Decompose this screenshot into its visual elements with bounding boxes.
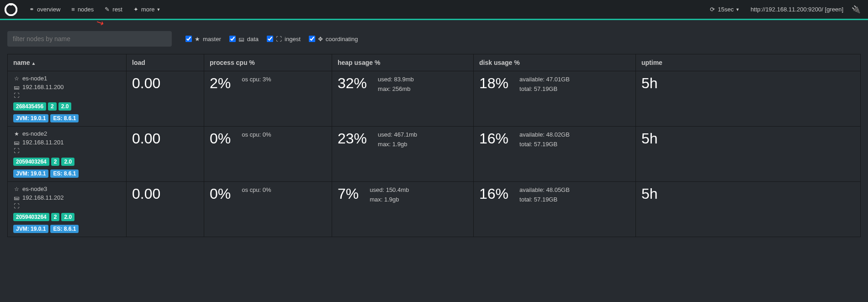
heap-cell: 32%used: 83.9mbmax: 256mb: [332, 71, 474, 127]
badge: 2.0: [58, 102, 72, 111]
heap-max: max: 1.9gb: [378, 140, 417, 149]
node-name-cell: ☆es-node3🖴192.168.11.202⛶205940326422.0J…: [8, 182, 127, 237]
table-header-row: name▲ load process cpu % heap usage % di…: [8, 54, 861, 71]
nav-rest-label: rest: [112, 6, 122, 13]
filter-data-label: data: [247, 36, 259, 42]
uptime-cell: 5h: [636, 127, 861, 182]
table-row: ☆es-node1🖴192.168.11.200⛶26843545622.0JV…: [8, 71, 861, 127]
role-filters: ★ master 🖴 data ⛶ ingest ✥ coordinating: [185, 36, 358, 42]
load-cell: 0.00: [127, 127, 204, 182]
uptime-value: 5h: [641, 130, 855, 147]
badge: 2: [51, 158, 60, 166]
node-ip: 192.168.11.200: [22, 84, 64, 90]
edit-icon: ✎: [105, 6, 110, 13]
os-cpu: os cpu: 0%: [242, 185, 271, 195]
heap-max: max: 1.9gb: [370, 195, 409, 205]
nav-nodes[interactable]: ≡ nodes: [66, 0, 99, 20]
logo: [5, 3, 17, 16]
filter-ingest-checkbox[interactable]: [267, 36, 273, 42]
col-disk[interactable]: disk usage %: [474, 54, 636, 71]
master-icon: ☆: [13, 75, 20, 82]
col-cpu[interactable]: process cpu %: [204, 54, 332, 71]
nav-rest[interactable]: ✎ rest: [99, 0, 128, 20]
filter-row: ★ master 🖴 data ⛶ ingest ✥ coordinating: [0, 20, 868, 54]
filter-coordinating-label: coordinating: [326, 36, 358, 42]
crop-icon: ⛶: [276, 36, 282, 42]
cpu-cell: 2%os cpu: 3%: [204, 71, 332, 127]
badge: JVM: 19.0.1: [13, 114, 48, 122]
badges: 205940326422.0: [13, 158, 121, 166]
refresh-label: 15sec: [718, 6, 734, 13]
disk-cell: 16%available: 48.05GBtotal: 57.19GB: [474, 182, 636, 237]
filter-coordinating[interactable]: ✥ coordinating: [309, 36, 358, 42]
badge: 2: [51, 213, 60, 221]
badge: ES: 8.6.1: [50, 114, 79, 122]
uptime-cell: 5h: [636, 71, 861, 127]
nav-overview[interactable]: ⚭ overview: [24, 0, 66, 20]
heap-value: 23%: [338, 130, 367, 147]
plug-icon[interactable]: 🔌: [849, 5, 863, 14]
badge: 268435456: [13, 102, 46, 111]
badges: 205940326422.0: [13, 213, 121, 221]
os-cpu: os cpu: 3%: [242, 75, 271, 85]
filter-ingest[interactable]: ⛶ ingest: [267, 36, 301, 42]
disk-cell: 16%available: 48.02GBtotal: 57.19GB: [474, 127, 636, 182]
cpu-value: 2%: [210, 75, 231, 92]
uptime-value: 5h: [641, 75, 855, 92]
badge: 2: [48, 102, 57, 111]
col-load[interactable]: load: [127, 54, 204, 71]
disk-avail: available: 47.01GB: [519, 75, 570, 85]
heap-value: 32%: [338, 75, 367, 92]
node-ip: 192.168.11.201: [22, 139, 64, 146]
badge: 2.0: [61, 158, 74, 166]
col-uptime[interactable]: uptime: [636, 54, 861, 71]
nav-overview-label: overview: [37, 6, 60, 13]
cpu-cell: 0%os cpu: 0%: [204, 182, 332, 237]
cpu-cell: 0%os cpu: 0%: [204, 127, 332, 182]
nav-more[interactable]: ✦ more ▼: [128, 0, 166, 20]
heap-value: 7%: [338, 185, 359, 202]
disk-total: total: 57.19GB: [519, 85, 570, 94]
database-icon: 🖴: [238, 36, 244, 42]
load-cell: 0.00: [127, 182, 204, 237]
sort-asc-icon: ▲: [32, 61, 36, 66]
col-name[interactable]: name▲: [8, 54, 127, 71]
filter-coordinating-checkbox[interactable]: [309, 36, 315, 42]
filter-data-checkbox[interactable]: [229, 36, 236, 42]
heap-used: used: 467.1mb: [378, 130, 417, 140]
disk-value: 18%: [479, 75, 508, 92]
badge: 2059403264: [13, 213, 49, 221]
heap-cell: 7%used: 150.4mbmax: 1.9gb: [332, 182, 474, 237]
table-row: ☆es-node3🖴192.168.11.202⛶205940326422.0J…: [8, 182, 861, 237]
filter-data[interactable]: 🖴 data: [229, 36, 259, 42]
os-cpu: os cpu: 0%: [242, 130, 271, 140]
disk-value: 16%: [479, 130, 508, 147]
svg-point-1: [10, 3, 13, 5]
nav-more-label: more: [141, 6, 155, 13]
master-icon: ☆: [13, 186, 20, 192]
badges: JVM: 19.0.1ES: 8.6.1: [13, 225, 121, 233]
star-icon: ★: [195, 36, 200, 42]
filter-master-checkbox[interactable]: [185, 36, 192, 42]
heap-used: used: 150.4mb: [370, 185, 409, 195]
badges: JVM: 19.0.1ES: 8.6.1: [13, 170, 121, 178]
heap-max: max: 256mb: [378, 85, 414, 94]
heap-cell: 23%used: 467.1mbmax: 1.9gb: [332, 127, 474, 182]
filter-input[interactable]: [7, 31, 172, 47]
badge: 2059403264: [13, 158, 49, 166]
crop-icon: ⛶: [13, 148, 20, 154]
badge: ES: 8.6.1: [50, 170, 79, 178]
host-url: http://192.168.11.200:9200/ [green]: [745, 6, 849, 13]
disk-total: total: 57.19GB: [519, 140, 570, 149]
badge: 2.0: [61, 213, 74, 221]
filter-ingest-label: ingest: [285, 36, 301, 42]
database-icon: 🖴: [13, 84, 20, 90]
node-name: es-node3: [22, 185, 47, 192]
col-heap[interactable]: heap usage %: [332, 54, 474, 71]
filter-master[interactable]: ★ master: [185, 36, 221, 42]
wand-icon: ✦: [133, 6, 138, 13]
load-value: 0.00: [132, 130, 198, 147]
list-icon: ≡: [71, 6, 75, 13]
refresh-interval[interactable]: ⟳ 15sec ▼: [704, 6, 745, 13]
svg-point-0: [5, 4, 17, 15]
